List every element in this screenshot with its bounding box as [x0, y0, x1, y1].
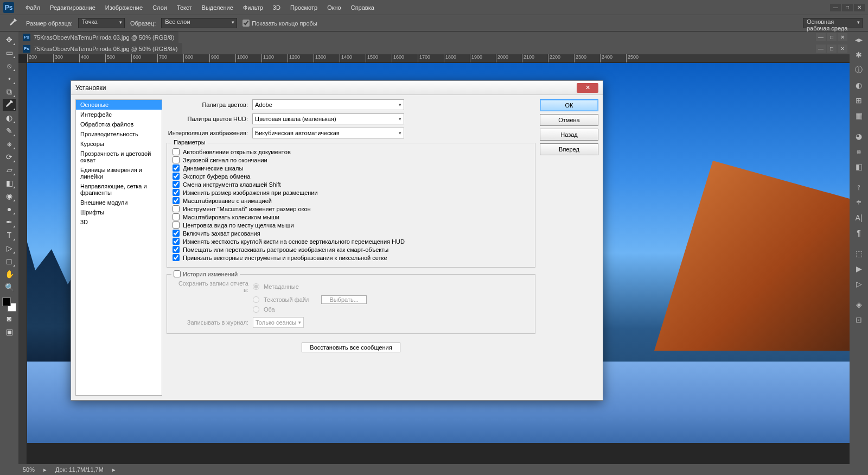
foreground-color-icon[interactable] [2, 297, 11, 306]
marquee-tool-icon[interactable]: ▭ [3, 47, 16, 59]
screen-mode-icon[interactable]: ▣ [3, 326, 16, 338]
sidebar-item-interface[interactable]: Интерфейс [76, 110, 162, 119]
panel-styles-icon[interactable]: ⊞ [852, 94, 865, 106]
option-checkbox-input-6[interactable] [173, 197, 180, 204]
dialog-titlebar[interactable]: Установки ✕ [71, 81, 603, 95]
menu-select[interactable]: Выделение [197, 4, 238, 11]
option-checkbox-5[interactable]: Изменить размер изображения при размещен… [173, 188, 529, 197]
panel-layers-icon[interactable]: ◈ [852, 299, 865, 311]
option-checkbox-8[interactable]: Масштабировать колесиком мыши [173, 213, 529, 221]
cancel-button[interactable]: Отмена [540, 114, 598, 126]
next-button[interactable]: Вперед [540, 143, 598, 155]
document-tab-2[interactable]: Ps 75KrasOboevNaTemuPriroda 08.jpg @ 50%… [18, 43, 182, 54]
history-brush-tool-icon[interactable]: ⟳ [3, 151, 16, 163]
zoom-level[interactable]: 50% [23, 466, 35, 473]
sidebar-item-general[interactable]: Основные [76, 100, 162, 110]
brush-tool-icon[interactable]: ✎ [3, 125, 16, 137]
zoom-tool-icon[interactable]: 🔍 [3, 281, 16, 293]
menu-image[interactable]: Изображение [100, 4, 148, 11]
expand-icon[interactable]: ◂▸ [852, 34, 865, 46]
option-checkbox-input-0[interactable] [173, 148, 180, 155]
menu-3d[interactable]: 3D [268, 4, 285, 11]
document-tab-1[interactable]: Ps 75KrasOboevNaTemuPriroda 03.jpg @ 50%… [18, 31, 178, 43]
menu-window[interactable]: Окно [322, 4, 346, 11]
show-ring-checkbox[interactable]: Показать кольцо пробы [242, 20, 317, 27]
panel-swatches-icon[interactable]: ▦ [852, 110, 865, 122]
panel-play-icon[interactable]: ▷ [852, 278, 865, 290]
option-checkbox-input-13[interactable] [173, 254, 180, 261]
option-checkbox-input-3[interactable] [173, 173, 180, 180]
color-swatch[interactable] [2, 297, 16, 312]
option-checkbox-input-7[interactable] [173, 205, 180, 212]
option-checkbox-input-9[interactable] [173, 221, 180, 229]
dialog-close-icon[interactable]: ✕ [577, 83, 598, 93]
blur-tool-icon[interactable]: ◉ [3, 190, 16, 202]
option-checkbox-1[interactable]: Звуковой сигнал по окончании [173, 156, 529, 164]
eraser-tool-icon[interactable]: ▱ [3, 164, 16, 176]
dodge-tool-icon[interactable]: ● [3, 203, 16, 215]
menu-text[interactable]: Текст [172, 4, 197, 11]
panel-timeline-icon[interactable]: ▶ [852, 263, 865, 275]
doc2-close-icon[interactable]: ✕ [838, 45, 847, 53]
option-checkbox-0[interactable]: Автообновление открытых документов [173, 148, 529, 156]
eyedropper-tool-preset-icon[interactable] [5, 17, 21, 29]
menu-filter[interactable]: Фильтр [238, 4, 268, 11]
option-checkbox-12[interactable]: Помещать или перетаскивать растровые изо… [173, 245, 529, 254]
hand-tool-icon[interactable]: ✋ [3, 268, 16, 280]
sample-size-select[interactable]: Точка [78, 18, 125, 28]
minimize-icon[interactable]: — [830, 4, 841, 11]
sidebar-item-performance[interactable]: Производительность [76, 129, 162, 139]
panel-para-icon[interactable]: ¶ [852, 227, 865, 239]
prev-button[interactable]: Назад [540, 129, 598, 141]
sidebar-item-guides[interactable]: Направляющие, сетка и фрагменты [76, 181, 162, 198]
workspace-select[interactable]: Основная рабочая среда [803, 18, 863, 28]
gradient-tool-icon[interactable]: ◧ [3, 177, 16, 189]
option-checkbox-input-2[interactable] [173, 164, 180, 172]
doc2-minimize-icon[interactable]: — [816, 45, 826, 53]
sidebar-item-plugins[interactable]: Внешние модули [76, 198, 162, 207]
option-checkbox-input-10[interactable] [173, 230, 180, 237]
ok-button[interactable]: ОК [540, 99, 598, 111]
panel-info-icon[interactable]: ⓘ [852, 64, 865, 76]
healing-brush-tool-icon[interactable]: ◐ [3, 112, 16, 124]
menu-view[interactable]: Просмотр [285, 4, 322, 11]
panel-histogram-icon[interactable]: ⫯ [852, 181, 865, 193]
arrow-icon[interactable]: ▸ [43, 466, 47, 473]
arrow-icon[interactable]: ▸ [112, 466, 116, 473]
doc1-maximize-icon[interactable]: □ [827, 33, 837, 41]
panel-char-icon[interactable]: A| [852, 212, 865, 224]
move-tool-icon[interactable]: ✥ [3, 34, 16, 46]
panel-clone-icon[interactable]: ⎈ [852, 145, 865, 157]
option-checkbox-4[interactable]: Смена инструмента клавишей Shift [173, 180, 529, 188]
option-checkbox-10[interactable]: Включить захват рисования [173, 229, 529, 237]
shape-tool-icon[interactable]: ◻ [3, 255, 16, 267]
option-checkbox-input-5[interactable] [173, 189, 180, 196]
quick-mask-icon[interactable]: ◙ [3, 313, 16, 325]
option-checkbox-input-1[interactable] [173, 156, 180, 163]
sidebar-item-3d[interactable]: 3D [76, 217, 162, 227]
lasso-tool-icon[interactable]: ⍉ [3, 60, 16, 72]
eyedropper-tool-icon[interactable] [3, 99, 16, 111]
sidebar-item-transparency[interactable]: Прозрачность и цветовой охват [76, 149, 162, 165]
interp-select[interactable]: Бикубическая автоматическая [252, 128, 404, 138]
path-select-tool-icon[interactable]: ▷ [3, 242, 16, 254]
panel-nav-icon[interactable]: ◧ [852, 161, 865, 173]
sidebar-item-type[interactable]: Шрифты [76, 207, 162, 217]
maximize-icon[interactable]: □ [842, 4, 853, 11]
option-checkbox-input-11[interactable] [173, 238, 180, 245]
close-icon[interactable]: ✕ [854, 4, 865, 11]
reset-warnings-button[interactable]: Восстановить все сообщения [302, 343, 400, 352]
magic-wand-tool-icon[interactable]: ⋆ [3, 73, 16, 85]
history-log-checkbox[interactable] [174, 270, 181, 277]
option-checkbox-input-4[interactable] [173, 181, 180, 188]
show-ring-input[interactable] [242, 20, 250, 27]
option-checkbox-7[interactable]: Инструмент "Масштаб" изменяет размер око… [173, 205, 529, 213]
option-checkbox-2[interactable]: Динамические шкалы [173, 164, 529, 172]
panel-channels-icon[interactable]: ⊡ [852, 314, 865, 326]
sidebar-item-cursors[interactable]: Курсоры [76, 139, 162, 149]
option-checkbox-9[interactable]: Центровка вида по месту щелчка мыши [173, 221, 529, 229]
panel-brushes-icon[interactable]: ◕ [852, 130, 865, 142]
panel-measure-icon[interactable]: ⬚ [852, 248, 865, 259]
doc1-close-icon[interactable]: ✕ [838, 33, 847, 41]
sidebar-item-units[interactable]: Единицы измерения и линейки [76, 165, 162, 181]
